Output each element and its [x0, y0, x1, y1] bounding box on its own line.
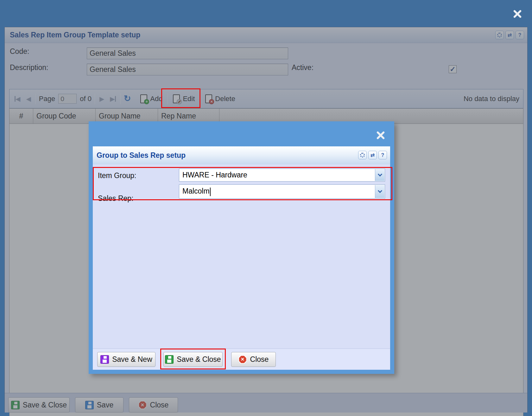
inner-save-close-label: Save & Close [177, 355, 221, 364]
chevron-down-icon [377, 172, 382, 176]
inner-save-new-button[interactable]: Save & New [97, 352, 155, 367]
save-floppy-icon [100, 355, 109, 364]
page: { "backdrop": { "note": "modal backdrop"… [0, 0, 532, 416]
inner-help-button[interactable]: ? [378, 151, 387, 159]
item-group-label: Item Group: [98, 171, 136, 180]
inner-close-label: Close [250, 355, 269, 364]
refresh-icon: ⇄ [370, 152, 375, 158]
gear-icon [360, 153, 365, 157]
inner-save-new-label: Save & New [112, 355, 152, 364]
item-group-value: HWARE - Hardware [179, 171, 375, 179]
inner-save-close-button[interactable]: Save & Close [163, 352, 223, 367]
sales-rep-label: Sales Rep: [98, 194, 134, 203]
inner-dialog-close-icon[interactable] [376, 131, 385, 140]
inner-dialog-title: Group to Sales Rep setup [97, 151, 186, 160]
sales-rep-combobox[interactable]: Malcolm [179, 184, 385, 199]
save-floppy-icon [165, 355, 174, 364]
help-icon: ? [381, 152, 384, 158]
inner-dialog-header: Group to Sales Rep setup ⇄ ? [93, 146, 390, 164]
inner-footer-bar: Save & New Save & Close × Close [93, 349, 390, 370]
item-group-dropdown-button[interactable] [375, 169, 384, 181]
close-octagon-icon: × [238, 355, 247, 364]
chevron-down-icon [377, 189, 382, 193]
window-close-icon[interactable] [513, 10, 522, 18]
inner-dialog-body: Item Group: HWARE - Hardware Sales Rep: … [93, 164, 390, 349]
inner-dialog: Group to Sales Rep setup ⇄ ? Item Group:… [89, 121, 394, 374]
item-group-combobox[interactable]: HWARE - Hardware [179, 169, 385, 182]
sales-rep-value: Malcolm [179, 187, 375, 196]
text-caret [210, 188, 211, 196]
inner-settings-button[interactable] [358, 151, 367, 159]
sales-rep-dropdown-button[interactable] [375, 185, 384, 198]
inner-refresh-button[interactable]: ⇄ [368, 151, 377, 159]
inner-close-button[interactable]: × Close [231, 352, 276, 367]
